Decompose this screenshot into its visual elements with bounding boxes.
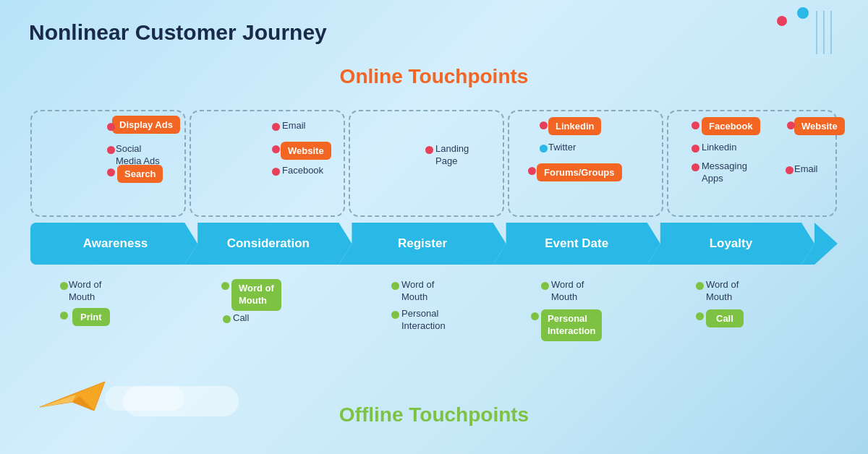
wom-register-dot	[391, 282, 399, 290]
loyalty-step: Loyalty	[647, 223, 814, 265]
call-loyalty-badge: Call	[706, 309, 744, 327]
forums-dot	[528, 167, 536, 175]
linkedin-loyalty-label: Linkedin	[702, 142, 736, 153]
wom-awareness-label: Word ofMouth	[69, 279, 101, 304]
personal-interaction-event-dot	[531, 312, 539, 320]
facebook-loyalty-badge: Facebook	[702, 117, 760, 135]
personal-interaction-register-label: PersonalInteraction	[401, 308, 446, 333]
landing-page-label: LandingPage	[435, 143, 469, 168]
paper-plane-icon	[36, 374, 109, 414]
awareness-step: Awareness	[30, 223, 197, 265]
personal-interaction-event-badge: PersonalInteraction	[541, 309, 602, 341]
wom-loyalty-dot	[696, 282, 704, 290]
landing-page-dot	[425, 146, 433, 154]
loyalty-label: Loyalty	[704, 236, 759, 251]
website-loyalty-dot	[787, 121, 795, 129]
email-loyalty-label: Email	[794, 163, 818, 174]
messaging-apps-dot	[692, 163, 699, 171]
email-consideration-dot	[272, 123, 280, 131]
register-online-box	[349, 110, 504, 217]
bg-decoration-lines	[816, 11, 832, 54]
wom-event-dot	[541, 282, 549, 290]
print-badge: Print	[72, 308, 110, 326]
call-consideration-label: Call	[233, 312, 249, 323]
wom-consideration-badge: Word ofMouth	[231, 279, 281, 311]
page-title: Nonlinear Customer Journey	[29, 20, 327, 45]
linkedin-event-dot	[540, 121, 548, 129]
event-date-step: Event Date	[493, 223, 660, 265]
search-dot	[107, 168, 115, 176]
offline-touchpoints-label: Offline Touchpoints	[339, 403, 529, 427]
social-media-ads-label: SocialMedia Ads	[116, 143, 160, 168]
consideration-step: Consideration	[184, 223, 352, 265]
messaging-apps-label: MessagingApps	[702, 160, 747, 185]
search-badge: Search	[117, 165, 163, 183]
wom-consideration-dot	[221, 282, 229, 290]
bg-decoration-red-circle	[777, 16, 787, 26]
wom-register-label: Word ofMouth	[401, 279, 434, 304]
linkedin-loyalty-dot	[692, 145, 699, 153]
register-step: Register	[339, 223, 506, 265]
online-touchpoints-label: Online Touchpoints	[340, 65, 529, 88]
facebook-loyalty-dot	[692, 121, 699, 129]
display-ads-badge: Display Ads	[112, 116, 180, 134]
social-media-ads-dot	[107, 146, 115, 154]
display-ads-dot	[107, 123, 115, 131]
forums-groups-badge: Forums/Groups	[537, 163, 622, 181]
facebook-consideration-dot	[272, 168, 280, 176]
twitter-label: Twitter	[548, 142, 576, 153]
event-date-label: Event Date	[539, 236, 614, 251]
website-consideration-badge: Website	[281, 142, 331, 160]
journey-container: Awareness Consideration Register Event D…	[30, 223, 838, 265]
website-loyalty-badge: Website	[794, 117, 845, 135]
wom-awareness-dot	[60, 282, 68, 290]
wom-loyalty-label: Word ofMouth	[706, 279, 739, 304]
wom-event-label: Word ofMouth	[551, 279, 584, 304]
email-consideration-label: Email	[282, 120, 306, 131]
cloud-decoration-2	[105, 386, 184, 411]
personal-interaction-register-dot	[391, 311, 399, 319]
twitter-dot	[540, 145, 548, 153]
print-dot	[60, 312, 68, 320]
facebook-consideration-label: Facebook	[282, 165, 323, 176]
email-loyalty-dot	[786, 166, 793, 174]
website-consideration-dot	[272, 145, 280, 153]
call-loyalty-dot	[696, 312, 704, 320]
final-arrow	[801, 223, 838, 265]
linkedin-event-badge: Linkedin	[548, 117, 601, 135]
register-label: Register	[392, 236, 453, 251]
awareness-label: Awareness	[75, 236, 153, 251]
bg-decoration-blue-circle	[797, 7, 809, 19]
call-consideration-dot	[223, 315, 231, 323]
consideration-online-box	[190, 110, 345, 217]
consideration-label: Consideration	[221, 236, 315, 251]
